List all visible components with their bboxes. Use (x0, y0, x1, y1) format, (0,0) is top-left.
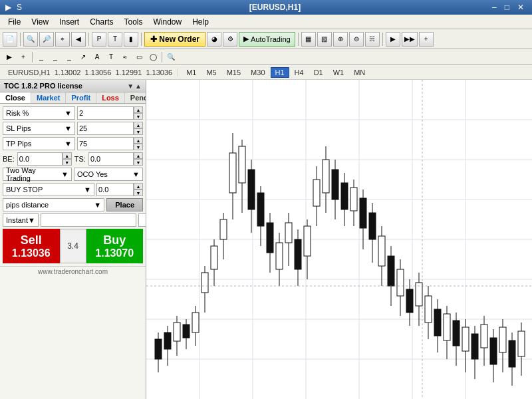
add-indicator-btn[interactable]: + (419, 32, 434, 47)
tab-pending[interactable]: Pending (125, 92, 146, 103)
chart-scroll-end[interactable]: ▶▶ (402, 32, 418, 47)
panel-arrow-down[interactable]: ▼ (127, 82, 134, 90)
menu-view[interactable]: View (26, 16, 54, 28)
cursor-btn[interactable]: ▶ (3, 51, 16, 64)
menu-window[interactable]: Window (148, 16, 188, 28)
history-btn[interactable]: ◕ (207, 32, 221, 47)
be-spin-down[interactable]: ▼ (63, 159, 72, 166)
tp-dropdown[interactable]: TP Pips ▼ (3, 137, 75, 150)
menu-help[interactable]: Help (187, 16, 214, 28)
template-btn[interactable]: T (108, 32, 122, 47)
new-chart-btn[interactable]: 📄 (3, 32, 17, 47)
svg-rect-45 (295, 239, 301, 269)
zoom-out-btn[interactable]: 🔎 (39, 32, 54, 47)
tf-m1[interactable]: M1 (182, 67, 201, 78)
zoom-tool-btn[interactable]: 🔍 (164, 51, 178, 64)
ts-input[interactable] (88, 152, 134, 166)
tp-spin-up[interactable]: ▲ (134, 137, 143, 144)
indicator2-btn[interactable]: ▧ (317, 32, 332, 47)
rect-btn[interactable]: ▭ (132, 51, 146, 64)
text-btn[interactable]: T (104, 51, 118, 64)
tf-m30[interactable]: M30 (246, 67, 269, 78)
zoom-in-btn[interactable]: 🔍 (23, 32, 38, 47)
menu-file[interactable]: File (3, 16, 26, 28)
maximize-btn[interactable]: □ (502, 3, 512, 12)
chart-area[interactable] (146, 80, 532, 399)
chart-price2: 1.13036 (146, 68, 172, 76)
hline-btn[interactable]: ⎯ (49, 51, 62, 64)
new-order-btn[interactable]: ✚ New Order (144, 32, 205, 47)
instant-input-1[interactable] (41, 213, 136, 227)
tf-mn[interactable]: MN (349, 67, 370, 78)
line-btn[interactable]: ⎯ (35, 51, 48, 64)
sl-label: SL Pips (6, 124, 31, 132)
tab-profit[interactable]: Profit (66, 92, 96, 103)
panel-arrow-up[interactable]: ▲ (135, 82, 142, 90)
buy-stop-input[interactable] (96, 183, 134, 196)
fib-btn[interactable]: ≈ (118, 51, 132, 64)
risk-input[interactable] (77, 106, 134, 120)
sl-spin-up[interactable]: ▲ (134, 122, 143, 128)
sl-input[interactable] (77, 122, 134, 135)
place-button[interactable]: Place (106, 198, 143, 211)
autotrading-btn[interactable]: ▶ AutoTrading (239, 32, 295, 47)
tf-h1[interactable]: H1 (271, 67, 289, 78)
zoom-chart-in[interactable]: ⊕ (333, 32, 348, 47)
sell-button[interactable]: Sell 1.13036 (3, 229, 60, 263)
buy-button[interactable]: Buy 1.13070 (86, 229, 144, 263)
tf-d1[interactable]: D1 (309, 67, 328, 78)
crosshair2-btn[interactable]: + (17, 51, 30, 64)
trend-btn[interactable]: ↗ (76, 51, 90, 64)
risk-spin-up[interactable]: ▲ (134, 106, 143, 113)
be-input[interactable] (17, 152, 63, 166)
tf-w1[interactable]: W1 (329, 67, 349, 78)
sl-spin-down[interactable]: ▼ (134, 128, 143, 135)
tab-loss[interactable]: Loss (96, 92, 125, 103)
chart-grid-btn[interactable]: ☵ (365, 32, 380, 47)
svg-rect-77 (444, 314, 450, 340)
instant-input-2[interactable] (138, 213, 146, 227)
pips-distance-dropdown[interactable]: pips distance ▼ (3, 198, 104, 211)
toolbar-sep-2 (88, 33, 89, 46)
scroll-right-btn[interactable]: ▶ (386, 32, 400, 47)
buy-stop-dropdown[interactable]: BUY STOP ▼ (3, 183, 94, 196)
title-bar: ▶ S [EURUSD,H1] – □ ✕ (0, 0, 532, 15)
sl-dropdown[interactable]: SL Pips ▼ (3, 122, 75, 135)
tf-m5[interactable]: M5 (201, 67, 221, 78)
experts-btn[interactable]: ⚙ (223, 32, 237, 47)
crosshair-btn[interactable]: ⌖ (55, 32, 70, 47)
period-btn[interactable]: P (92, 32, 106, 47)
tp-input[interactable] (77, 137, 134, 150)
buy-stop-spin-up[interactable]: ▲ (134, 183, 143, 190)
menu-charts[interactable]: Charts (84, 16, 118, 28)
trading-mode-dropdown[interactable]: Two Way Trading ▼ (3, 168, 72, 181)
sl-input-wrap: ▲ ▼ (77, 122, 143, 135)
ts-spin-down[interactable]: ▼ (134, 159, 143, 166)
tab-close[interactable]: Close (0, 92, 31, 103)
arrow-btn[interactable]: A (90, 51, 104, 64)
tf-m15[interactable]: M15 (222, 67, 245, 78)
risk-label: Risk % (6, 109, 29, 117)
tp-spin-down[interactable]: ▼ (134, 144, 143, 150)
instant-dropdown[interactable]: Instant ▼ (3, 213, 39, 227)
menu-tools[interactable]: Tools (119, 16, 148, 28)
indicator1-btn[interactable]: ▦ (301, 32, 316, 47)
minimize-btn[interactable]: – (489, 3, 499, 12)
risk-spin-down[interactable]: ▼ (134, 113, 143, 120)
menu-insert[interactable]: Insert (54, 16, 84, 28)
ts-spin-up[interactable]: ▲ (134, 152, 143, 159)
zoom-chart-out[interactable]: ⊖ (349, 32, 364, 47)
vline-btn[interactable]: ⎯ (63, 51, 76, 64)
window-title: [EURUSD,H1] (61, 3, 489, 12)
oco-dropdown[interactable]: OCO Yes ▼ (74, 168, 143, 181)
risk-dropdown[interactable]: Risk % ▼ (3, 106, 75, 120)
chart-type-btn[interactable]: ▮ (124, 32, 138, 47)
be-spin-up[interactable]: ▲ (63, 152, 72, 159)
ellipse-btn[interactable]: ◯ (146, 51, 160, 64)
buy-stop-spin-down[interactable]: ▼ (134, 190, 143, 196)
ts-input-wrap: ▲ ▼ (88, 152, 143, 166)
tf-h4[interactable]: H4 (290, 67, 309, 78)
tab-market[interactable]: Market (31, 92, 66, 103)
scroll-left-btn[interactable]: ◀ (71, 32, 86, 47)
close-btn[interactable]: ✕ (515, 3, 527, 12)
